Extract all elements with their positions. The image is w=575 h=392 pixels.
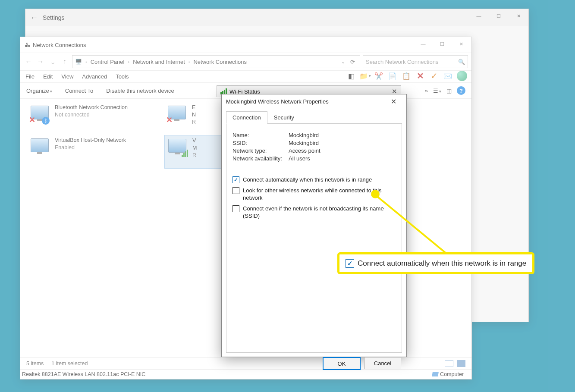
wifi-signal-icon xyxy=(182,150,188,157)
dialog-tabs: Connection Security xyxy=(226,111,402,124)
ok-button[interactable]: OK xyxy=(323,357,361,370)
connection-item[interactable]: ✕ E N R xyxy=(164,102,215,135)
search-input[interactable]: Search Network Connections 🔍 xyxy=(363,55,468,68)
settings-titlebar: ← Settings — ☐ ✕ xyxy=(25,9,528,26)
wifi-signal-icon xyxy=(220,88,227,94)
minimize-button[interactable]: — xyxy=(414,38,433,50)
connection-item-wifi[interactable]: V M R xyxy=(164,135,225,169)
checkbox-icon xyxy=(233,187,239,194)
checkbox-connect-automatically[interactable]: Connect automatically when this network … xyxy=(233,176,396,183)
nav-forward-icon[interactable]: → xyxy=(36,58,45,66)
preview-pane-icon[interactable]: ◫ xyxy=(446,88,452,94)
value-ssid: Mockingbird xyxy=(289,140,319,146)
connect-to-button[interactable]: Connect To xyxy=(65,88,94,94)
annotation-callout: Connect automatically when this network … xyxy=(337,252,534,274)
search-placeholder: Search Network Connections xyxy=(366,59,458,65)
maximize-button[interactable]: ☐ xyxy=(433,38,452,50)
label-network-type: Network type: xyxy=(233,147,289,154)
chevron-right-icon: › xyxy=(128,59,129,64)
apply-icon[interactable]: ✓ xyxy=(429,71,439,81)
minimize-button[interactable]: — xyxy=(469,9,489,23)
item-line: M xyxy=(192,144,197,152)
breadcrumb[interactable]: Network Connections xyxy=(193,59,247,65)
checkbox-label: Connect automatically when this network … xyxy=(243,176,372,183)
control-panel-icon: 🖧 xyxy=(25,42,30,48)
disable-device-button[interactable]: Disable this network device xyxy=(106,88,174,94)
item-name: E xyxy=(192,104,196,111)
item-name: V xyxy=(192,137,197,144)
window-icon[interactable]: ◧ xyxy=(346,71,356,81)
dialog-titlebar: Mockingbird Wireless Network Properties … xyxy=(222,94,406,108)
nav-back-icon[interactable]: ← xyxy=(24,58,33,66)
copy-icon[interactable]: 📄 xyxy=(388,71,397,81)
status-device: Realtek 8821AE Wireless LAN 802.11ac PCI… xyxy=(22,371,145,377)
refresh-icon[interactable]: ⟳ xyxy=(348,59,357,65)
mail-icon[interactable]: ✉️ xyxy=(443,71,452,81)
checkbox-label: Connect even if the network is not broad… xyxy=(243,205,396,220)
item-name: VirtualBox Host-Only Network xyxy=(55,137,126,144)
address-dropdown-icon[interactable]: ⌄ xyxy=(341,59,345,65)
search-icon: 🔍 xyxy=(458,59,465,65)
close-button[interactable]: ✕ xyxy=(452,38,471,50)
connection-item-virtualbox[interactable]: VirtualBox Host-Only Network Enabled xyxy=(27,135,156,168)
nc-toolbar-icons: ◧ 📁▾ ✂️ 📄 📋 ✕ ✓ ✉️ xyxy=(346,71,467,81)
status-item-count: 5 items xyxy=(26,361,44,367)
item-line: R xyxy=(192,119,196,126)
item-status: Not connected xyxy=(55,111,128,119)
nav-up-icon[interactable]: ↑ xyxy=(60,58,69,66)
menu-file[interactable]: File xyxy=(25,73,35,80)
organize-button[interactable]: Organize▾ xyxy=(26,88,52,94)
menu-advanced[interactable]: Advanced xyxy=(82,73,107,80)
checkbox-icon xyxy=(233,205,239,212)
tab-connection[interactable]: Connection xyxy=(226,111,267,124)
network-properties-dialog: Mockingbird Wireless Network Properties … xyxy=(221,94,407,357)
value-availability: All users xyxy=(289,155,310,162)
item-status: Enabled xyxy=(55,144,126,151)
tiles-view-icon[interactable] xyxy=(457,360,465,367)
checkbox-connect-hidden[interactable]: Connect even if the network is not broad… xyxy=(233,205,396,220)
shell-icon[interactable] xyxy=(457,71,467,81)
menu-edit[interactable]: Edit xyxy=(43,73,53,80)
nc-nav: ← → ⌄ ↑ 🖥️ › Control Panel › Network and… xyxy=(20,53,471,71)
menu-view[interactable]: View xyxy=(61,73,73,80)
breadcrumb[interactable]: Network and Internet xyxy=(133,59,185,65)
details-view-icon[interactable] xyxy=(445,360,453,367)
label-ssid: SSID: xyxy=(233,140,289,146)
address-bar[interactable]: 🖥️ › Control Panel › Network and Interne… xyxy=(72,55,360,68)
status-selected-count: 1 item selected xyxy=(51,361,88,367)
close-button[interactable]: ✕ xyxy=(509,9,528,23)
delete-icon[interactable]: ✕ xyxy=(415,71,425,81)
label-availability: Network availability: xyxy=(233,155,289,162)
close-button[interactable]: ✕ xyxy=(385,97,402,106)
computer-icon xyxy=(432,372,439,376)
label-name: Name: xyxy=(233,132,289,138)
breadcrumb[interactable]: Control Panel xyxy=(91,59,125,65)
annotation-text: Connect automatically when this network … xyxy=(358,259,526,268)
more-icon[interactable]: » xyxy=(425,88,428,94)
nc-titlebar: 🖧 Network Connections — ☐ ✕ xyxy=(20,37,471,53)
value-name: Mockingbird xyxy=(289,132,319,138)
network-adapter-icon: ✕ᛒ xyxy=(29,104,51,125)
cut-icon[interactable]: ✂️ xyxy=(374,71,383,81)
settings-title: Settings xyxy=(43,14,65,21)
menu-tools[interactable]: Tools xyxy=(116,73,129,80)
checkbox-icon xyxy=(233,176,239,183)
network-adapter-icon xyxy=(167,137,189,158)
folder-icon[interactable]: 📁▾ xyxy=(360,71,370,81)
chevron-right-icon: › xyxy=(189,59,190,64)
chevron-right-icon: › xyxy=(85,59,87,64)
maximize-button[interactable]: ☐ xyxy=(489,9,509,23)
cancel-button[interactable]: Cancel xyxy=(364,357,401,369)
views-dropdown-icon[interactable]: ☰▾ xyxy=(433,88,441,94)
dialog-body: Name:Mockingbird SSID:Mockingbird Networ… xyxy=(226,124,402,353)
connection-item-bluetooth[interactable]: ✕ᛒ Bluetooth Network Connection Not conn… xyxy=(27,102,156,135)
recent-dropdown-icon[interactable]: ⌄ xyxy=(48,58,57,66)
status-computer: Computer xyxy=(440,371,464,377)
nc-title: Network Connections xyxy=(33,42,86,48)
paste-icon[interactable]: 📋 xyxy=(402,71,411,81)
tab-security[interactable]: Security xyxy=(267,111,301,124)
item-line: R xyxy=(192,152,197,159)
value-network-type: Access point xyxy=(289,147,320,154)
help-icon[interactable]: ? xyxy=(457,86,465,95)
back-icon[interactable]: ← xyxy=(25,13,43,22)
